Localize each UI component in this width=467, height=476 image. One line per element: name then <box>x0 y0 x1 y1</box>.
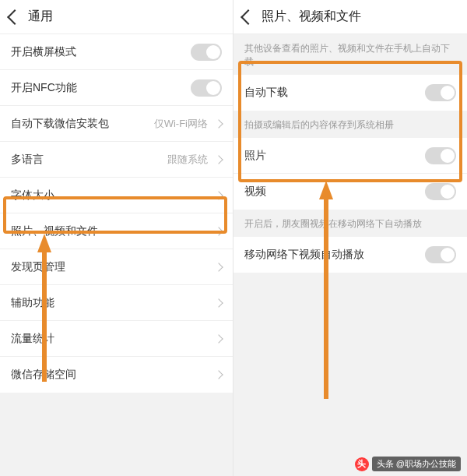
row-font-size[interactable]: 字体大小 <box>0 178 233 213</box>
row-label: 视频 <box>244 185 266 199</box>
row-label: 辅助功能 <box>11 296 54 310</box>
section-note: 拍摄或编辑后的内容保存到系统相册 <box>234 111 467 138</box>
chevron-right-icon <box>214 191 223 199</box>
row-accessibility[interactable]: 辅助功能 <box>0 285 233 321</box>
row-label: 发现页管理 <box>11 260 65 274</box>
row-label: 流量统计 <box>11 332 54 346</box>
row-videos[interactable]: 视频 <box>234 174 467 210</box>
chevron-right-icon <box>214 298 223 307</box>
page-title: 通用 <box>28 9 53 25</box>
header-left: 通用 <box>0 0 233 34</box>
row-data-usage[interactable]: 流量统计 <box>0 321 233 357</box>
chevron-right-icon <box>214 119 223 128</box>
left-panel: 通用 开启横屏模式 开启NFC功能 自动下载微信安装包 仅Wi-Fi网络 多语言… <box>0 0 234 476</box>
row-label: 开启横屏模式 <box>11 45 76 59</box>
row-photos[interactable]: 照片 <box>234 138 467 174</box>
row-label: 照片 <box>244 149 266 163</box>
watermark: 头 头条 @职场办公技能 <box>355 457 461 471</box>
row-label: 移动网络下视频自动播放 <box>244 248 364 262</box>
row-label: 字体大小 <box>11 189 54 203</box>
section-note: 开启后，朋友圈视频在移动网络下自动播放 <box>234 210 467 237</box>
row-value: 仅Wi-Fi网络 <box>154 117 208 131</box>
row-nfc[interactable]: 开启NFC功能 <box>0 70 233 106</box>
chevron-right-icon <box>214 370 223 379</box>
section-note: 其他设备查看的照片、视频和文件在手机上自动下载 <box>234 34 467 75</box>
row-discover-manage[interactable]: 发现页管理 <box>0 249 233 285</box>
row-label: 微信存储空间 <box>11 368 76 382</box>
back-icon[interactable] <box>241 9 256 25</box>
row-storage[interactable]: 微信存储空间 <box>0 357 233 393</box>
watermark-text: 头条 @职场办公技能 <box>372 457 461 471</box>
header-right: 照片、视频和文件 <box>234 0 467 34</box>
chevron-right-icon <box>214 263 223 271</box>
row-mobile-autoplay[interactable]: 移动网络下视频自动播放 <box>234 237 467 273</box>
watermark-badge-icon: 头 <box>355 457 369 471</box>
row-landscape[interactable]: 开启横屏模式 <box>0 34 233 70</box>
row-label: 多语言 <box>11 153 44 167</box>
toggle-icon[interactable] <box>425 246 456 263</box>
row-language[interactable]: 多语言 跟随系统 <box>0 142 233 178</box>
row-auto-download[interactable]: 自动下载 <box>234 75 467 111</box>
back-icon[interactable] <box>7 9 23 25</box>
page-title: 照片、视频和文件 <box>262 9 361 25</box>
chevron-right-icon <box>214 334 223 343</box>
toggle-icon[interactable] <box>191 44 222 61</box>
row-photos-videos-files[interactable]: 照片、视频和文件 <box>0 213 233 249</box>
row-label: 自动下载微信安装包 <box>11 117 109 131</box>
row-auto-download-wechat[interactable]: 自动下载微信安装包 仅Wi-Fi网络 <box>0 106 233 142</box>
row-label: 照片、视频和文件 <box>11 224 98 238</box>
toggle-icon[interactable] <box>425 147 456 164</box>
toggle-icon[interactable] <box>191 79 222 97</box>
chevron-right-icon <box>214 155 223 164</box>
row-label: 开启NFC功能 <box>11 81 77 95</box>
toggle-icon[interactable] <box>425 84 456 101</box>
row-label: 自动下载 <box>244 86 288 100</box>
toggle-icon[interactable] <box>425 183 456 200</box>
chevron-right-icon <box>214 227 223 235</box>
right-panel: 照片、视频和文件 其他设备查看的照片、视频和文件在手机上自动下载 自动下载 拍摄… <box>234 0 467 476</box>
row-value: 跟随系统 <box>167 153 208 167</box>
